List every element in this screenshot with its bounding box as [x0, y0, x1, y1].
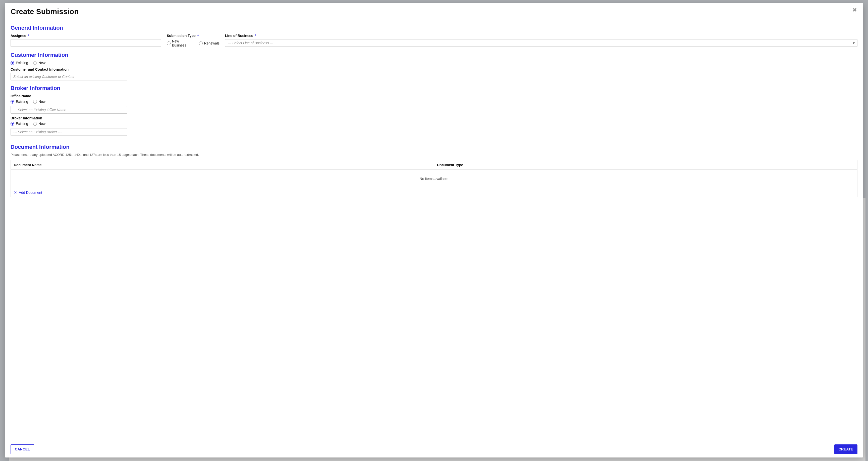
- submission-type-label: Submission Type *: [167, 34, 219, 38]
- documents-table: Document Name Document Type No items ava…: [10, 160, 858, 197]
- submission-type-label-text: Submission Type: [167, 34, 196, 38]
- create-button[interactable]: CREATE: [834, 444, 858, 454]
- required-marker: *: [255, 34, 256, 38]
- office-name-field: Office Name Existing New: [10, 94, 858, 114]
- create-submission-modal: Create Submission ✖ General Information …: [5, 3, 863, 458]
- documents-add-row: + Add Document: [11, 188, 857, 197]
- customer-contact-field: Customer and Contact Information: [10, 67, 858, 81]
- radio-label: Existing: [16, 122, 28, 126]
- radio-label: New: [38, 61, 45, 65]
- lob-select[interactable]: --- Select Line of Business --- ▾: [225, 39, 858, 47]
- radio-icon: [10, 61, 14, 65]
- radio-icon: [33, 100, 37, 104]
- lob-label-text: Line of Business: [225, 34, 253, 38]
- submission-type-radios: New Business Renewals: [167, 39, 219, 47]
- add-document-label: Add Document: [19, 191, 42, 195]
- assignee-input[interactable]: [10, 39, 161, 47]
- documents-empty: No items available: [11, 170, 857, 188]
- documents-note: Please ensure any uploaded ACORD 125s, 1…: [10, 153, 858, 156]
- required-marker: *: [197, 34, 199, 38]
- general-row: Assignee * Submission Type * New Busines…: [10, 34, 858, 47]
- broker-label: Broker Information: [10, 116, 858, 120]
- line-of-business-field: Line of Business * --- Select Line of Bu…: [225, 34, 858, 47]
- radio-office-existing[interactable]: Existing: [10, 99, 28, 104]
- add-document-button[interactable]: + Add Document: [14, 191, 42, 195]
- modal-title: Create Submission: [10, 7, 79, 16]
- office-name-input[interactable]: [10, 106, 127, 114]
- radio-icon: [33, 122, 37, 126]
- plus-circle-icon: +: [14, 191, 17, 194]
- radio-icon: [10, 122, 14, 126]
- radio-label: New: [38, 122, 45, 126]
- lob-placeholder: --- Select Line of Business ---: [228, 41, 273, 45]
- section-title-documents: Document Information: [10, 144, 858, 150]
- close-icon[interactable]: ✖: [852, 7, 858, 13]
- lob-label: Line of Business *: [225, 34, 858, 38]
- modal-header: Create Submission ✖: [5, 3, 863, 20]
- radio-broker-existing[interactable]: Existing: [10, 122, 28, 126]
- col-document-name: Document Name: [11, 161, 434, 169]
- assignee-field: Assignee *: [10, 34, 161, 47]
- documents-table-head: Document Name Document Type: [11, 161, 857, 170]
- radio-broker-new[interactable]: New: [33, 122, 45, 126]
- radio-label: New: [38, 99, 45, 104]
- broker-input[interactable]: [10, 128, 127, 136]
- radio-icon: [167, 41, 170, 45]
- radio-label: Existing: [16, 61, 28, 65]
- customer-contact-input[interactable]: [10, 73, 127, 81]
- cancel-button[interactable]: CANCEL: [10, 444, 34, 454]
- radio-label: Existing: [16, 99, 28, 104]
- col-document-type: Document Type: [434, 161, 857, 169]
- office-name-label: Office Name: [10, 94, 858, 98]
- assignee-label-text: Assignee: [10, 34, 26, 38]
- radio-label: New Business: [172, 39, 194, 47]
- radio-office-new[interactable]: New: [33, 99, 45, 104]
- broker-field: Broker Information Existing New: [10, 116, 858, 136]
- radio-customer-existing[interactable]: Existing: [10, 61, 28, 65]
- section-title-customer: Customer Information: [10, 52, 858, 58]
- radio-icon: [33, 61, 37, 65]
- modal-body: General Information Assignee * Submissio…: [5, 20, 863, 441]
- section-title-general: General Information: [10, 25, 858, 31]
- required-marker: *: [28, 34, 29, 38]
- assignee-label: Assignee *: [10, 34, 161, 38]
- radio-icon: [10, 100, 14, 104]
- broker-mode-radios: Existing New: [10, 122, 858, 126]
- submission-type-field: Submission Type * New Business Renewals: [167, 34, 219, 47]
- chevron-down-icon: ▾: [853, 41, 855, 45]
- customer-contact-label: Customer and Contact Information: [10, 67, 858, 71]
- customer-mode-radios: Existing New: [10, 61, 858, 65]
- radio-icon: [199, 41, 203, 45]
- section-title-broker: Broker Information: [10, 85, 858, 91]
- modal-footer: CANCEL CREATE: [5, 441, 863, 458]
- radio-new-business[interactable]: New Business: [167, 39, 194, 47]
- radio-customer-new[interactable]: New: [33, 61, 45, 65]
- office-mode-radios: Existing New: [10, 99, 858, 104]
- radio-label: Renewals: [204, 41, 219, 45]
- radio-renewals[interactable]: Renewals: [199, 41, 219, 45]
